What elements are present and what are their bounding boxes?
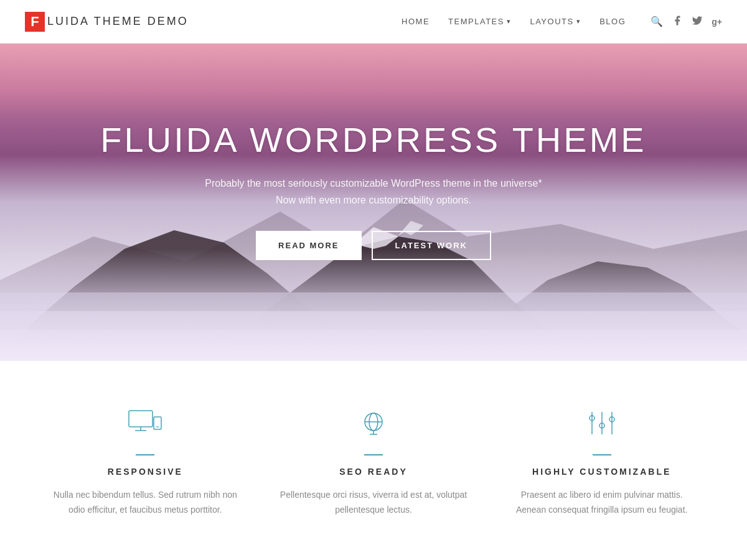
svg-rect-10 bbox=[129, 411, 153, 427]
feature-seo: SEO READY Pellentesque orci risus, viver… bbox=[278, 404, 469, 518]
site-header: F LUIDA THEME DEMO HOME TEMPLATES LAYOUT… bbox=[0, 0, 747, 44]
customizable-text: Praesent ac libero id enim pulvinar matt… bbox=[506, 488, 697, 518]
nav-blog[interactable]: BLOG bbox=[599, 17, 626, 26]
customizable-title: HIGHLY CUSTOMIZABLE bbox=[506, 467, 697, 477]
seo-text: Pellentesque orci risus, viverra id est … bbox=[278, 488, 469, 518]
feature-responsive: RESPONSIVE Nulla nec bibendum tellus. Se… bbox=[50, 404, 241, 518]
latest-work-button[interactable]: LATEST WORK bbox=[372, 231, 491, 260]
main-nav: HOME TEMPLATES LAYOUTS BLOG 🔍 g+ bbox=[402, 15, 722, 29]
features-section: RESPONSIVE Nulla nec bibendum tellus. Se… bbox=[0, 361, 747, 560]
responsive-icon bbox=[50, 404, 241, 442]
logo-f-icon: F bbox=[25, 12, 45, 32]
hero-content: FLUIDA WORDPRESS THEME Probably the most… bbox=[75, 119, 671, 260]
googleplus-icon[interactable]: g+ bbox=[712, 17, 722, 27]
seo-title: SEO READY bbox=[278, 467, 469, 477]
hero-title: FLUIDA WORDPRESS THEME bbox=[100, 119, 646, 160]
responsive-text: Nulla nec bibendum tellus. Sed rutrum ni… bbox=[50, 488, 241, 518]
nav-social-icons: 🔍 g+ bbox=[651, 15, 722, 29]
nav-templates[interactable]: TEMPLATES bbox=[448, 17, 511, 26]
nav-layouts[interactable]: LAYOUTS bbox=[530, 17, 581, 26]
hero-subtitle: Probably the most seriously customizable… bbox=[100, 175, 646, 208]
search-icon[interactable]: 🔍 bbox=[651, 16, 663, 27]
responsive-divider bbox=[136, 454, 154, 455]
twitter-icon[interactable] bbox=[692, 15, 703, 29]
feature-customizable: HIGHLY CUSTOMIZABLE Praesent ac libero i… bbox=[506, 404, 697, 518]
nav-home[interactable]: HOME bbox=[402, 17, 430, 26]
logo-text: LUIDA THEME DEMO bbox=[47, 15, 189, 28]
customizable-icon bbox=[506, 404, 697, 442]
hero-section: FLUIDA WORDPRESS THEME Probably the most… bbox=[0, 44, 747, 361]
facebook-icon[interactable] bbox=[672, 15, 683, 29]
customizable-divider bbox=[593, 454, 611, 455]
read-more-button[interactable]: READ MORE bbox=[256, 231, 361, 260]
site-logo[interactable]: F LUIDA THEME DEMO bbox=[25, 12, 189, 32]
hero-fog bbox=[0, 249, 747, 361]
seo-icon bbox=[278, 404, 469, 442]
seo-divider bbox=[364, 454, 383, 455]
responsive-title: RESPONSIVE bbox=[50, 467, 241, 477]
svg-rect-13 bbox=[154, 417, 161, 429]
hero-buttons: READ MORE LATEST WORK bbox=[100, 231, 646, 260]
